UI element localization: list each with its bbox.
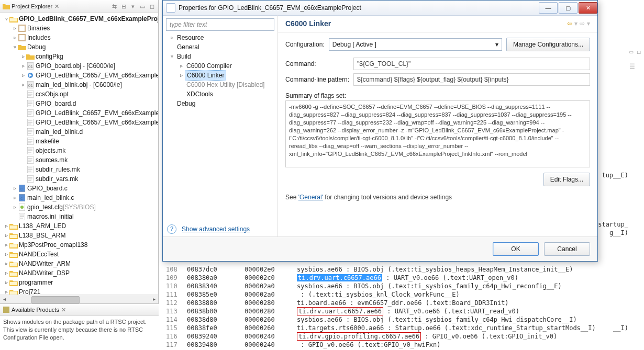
code-line: 11400838d8000000260sysbios.ae66 : BIOS.o…	[166, 316, 577, 324]
tree-item[interactable]: ▹NANDWriter_ARM	[1, 259, 158, 268]
close-button[interactable]: ✕	[579, 2, 597, 14]
maximize-button[interactable]: ▢	[559, 2, 578, 14]
collapse-all-icon[interactable]: ⊟	[119, 2, 128, 10]
minimize-button[interactable]: —	[539, 2, 558, 14]
view-menu-icon[interactable]: ▾	[129, 2, 137, 10]
back-menu-icon[interactable]: ▾	[574, 20, 578, 27]
scroll-right-icon[interactable]: ▸	[150, 295, 158, 303]
tree-item[interactable]: subdir_vars.mk	[1, 174, 158, 184]
tree-item[interactable]: ▹programmer	[1, 278, 158, 287]
project-tree[interactable]: ▿GPIO_LedBlink_C6657_EVM_c66xExampleProj…	[0, 13, 158, 307]
tree-item[interactable]: subdir_rules.mk	[1, 165, 158, 174]
available-products-panel: Available Products ✕ Shows modules on th…	[0, 303, 159, 350]
manage-configurations-button[interactable]: Manage Configurations...	[506, 38, 590, 51]
tree-item[interactable]: ▹01GPIO_board.obj - [C6000/le]	[1, 61, 158, 71]
show-advanced-link[interactable]: ? Show advanced settings	[166, 217, 274, 237]
pattern-label: Command-line pattern:	[285, 76, 353, 83]
code-line: 1170083948000000240 : GPIO_v0.oe66 (.tex…	[166, 341, 441, 349]
tree-item[interactable]: ▹Mp3PostProc_omapl138	[1, 240, 158, 250]
tree-item[interactable]: ▹Includes	[1, 33, 158, 42]
tree-item[interactable]: main_led_blink.d	[1, 127, 158, 137]
summary-label: Summary of flags set:	[278, 90, 597, 100]
cancel-button[interactable]: Cancel	[544, 242, 590, 256]
ok-button[interactable]: OK	[493, 242, 539, 256]
minimize-view-icon[interactable]: ▭	[138, 2, 147, 10]
scroll-thumb[interactable]	[31, 296, 80, 303]
link-with-editor-icon[interactable]: ⇆	[110, 2, 118, 10]
category-item[interactable]: ▹C6000 Linker	[166, 71, 274, 80]
properties-category-tree[interactable]: ▹ResourceGeneral▿Build▹C6000 Compiler▹C6…	[166, 33, 274, 217]
tree-item[interactable]: ▹cGPIO_board.c	[1, 184, 158, 193]
general-hint: See 'General' for changing tool versions…	[278, 191, 597, 203]
tree-item[interactable]: GPIO_board.d	[1, 99, 158, 108]
back-icon[interactable]: ⇦	[567, 20, 572, 27]
scroll-left-icon[interactable]: ◂	[0, 295, 8, 303]
tree-item[interactable]: ccsObjs.opt	[1, 89, 158, 99]
category-item[interactable]: General	[166, 42, 274, 52]
svg-rect-33	[10, 282, 17, 285]
edit-flags-button[interactable]: Edit Flags...	[543, 173, 590, 186]
tree-item[interactable]: ▹01main_led_blink.obj - [C6000/le]	[1, 80, 158, 89]
txt-icon	[26, 146, 35, 155]
tree-item[interactable]: ▹configPkg	[1, 52, 158, 61]
pattern-field[interactable]: ${command} ${flags} ${output_flag} ${out…	[353, 73, 590, 86]
command-field[interactable]: "${CG_TOOL_CL}"	[353, 58, 590, 70]
svg-rect-28	[10, 235, 17, 238]
forward-icon[interactable]: ⇨	[580, 20, 585, 27]
tree-item[interactable]: makefile	[1, 137, 158, 146]
configuration-combo[interactable]: Debug [ Active ] ▾	[329, 38, 502, 51]
category-item[interactable]: ▹C6000 Compiler	[166, 61, 274, 71]
category-item[interactable]: ▹Resource	[166, 33, 274, 42]
svg-text:c: c	[20, 196, 23, 201]
summary-textarea[interactable]: -mv6600 -g --define=SOC_C6657 --define=E…	[285, 100, 590, 167]
svg-text:01: 01	[28, 64, 33, 69]
maximize-view-icon[interactable]: ◻	[148, 2, 156, 10]
tree-item[interactable]: GPIO_LedBlink_C6657_EVM_c66xExamplePr	[1, 118, 158, 127]
code-line: 1120083888000000280ti.board.ae66 : evmC6…	[166, 299, 509, 308]
proj-icon	[9, 231, 18, 240]
dialog-icon	[166, 3, 175, 13]
editor-toolbar-icons[interactable]: ▭ ◻☰	[629, 48, 641, 70]
svg-rect-0	[10, 18, 17, 21]
properties-dialog: Properties for GPIO_LedBlink_C6657_EVM_c…	[162, 0, 598, 262]
tree-item[interactable]: sources.mk	[1, 155, 158, 165]
category-item[interactable]: ▿Build	[166, 52, 274, 61]
configuration-label: Configuration:	[285, 41, 325, 48]
svg-point-25	[20, 206, 24, 209]
tree-item[interactable]: ▹NANDEccTest	[1, 250, 158, 259]
tree-item[interactable]: GPIO_LedBlink_C6657_EVM_c66xExamplePr	[1, 108, 158, 118]
proj-icon	[9, 269, 18, 277]
cf-icon: c	[18, 184, 26, 193]
txt-icon	[26, 99, 35, 108]
tree-item[interactable]: ▹Binaries	[1, 24, 158, 33]
package-icon	[2, 306, 10, 314]
general-link[interactable]: 'General'	[298, 194, 323, 201]
dialog-right-pane: C6000 Linker ⇦ ▾ ⇨ ▾ Configuration: Debu…	[278, 15, 597, 237]
tree-item[interactable]: ▹GPIO_LedBlink_C6657_EVM_c66xExamplePr	[1, 71, 158, 80]
tree-item[interactable]: ▹NANDWriter_DSP	[1, 268, 158, 278]
svg-rect-4	[19, 35, 25, 40]
tree-item[interactable]: ▹L138_ARM_LED	[1, 221, 158, 231]
tree-item[interactable]: ▹L138_BSL_ARM	[1, 231, 158, 240]
project-explorer-header: Project Explorer ✕ ⇆ ⊟ ▾ ▭ ◻	[0, 0, 158, 13]
tree-item[interactable]: ▹cmain_led_blink.c	[1, 193, 158, 202]
txt-icon	[26, 165, 35, 174]
txt-icon	[26, 109, 35, 117]
tree-item[interactable]: ▹gpio_test.cfg [SYS/BIOS]	[1, 202, 158, 212]
category-item[interactable]: Debug	[166, 99, 274, 108]
fld-icon	[18, 43, 26, 51]
txt-icon	[26, 137, 35, 145]
tree-item[interactable]: ▿GPIO_LedBlink_C6657_EVM_c66xExampleProj…	[1, 14, 158, 24]
dialog-left-pane: type filter text ▹ResourceGeneral▿Build▹…	[163, 15, 278, 237]
forward-menu-icon[interactable]: ▾	[587, 20, 590, 27]
tree-item[interactable]: ▿Debug	[1, 42, 158, 52]
available-products-body: Shows modules on the package path of a R…	[0, 316, 159, 344]
tree-item[interactable]: objects.mk	[1, 146, 158, 155]
category-item[interactable]: C6000 Hex Utility [Disabled]	[166, 80, 274, 89]
txt-icon	[26, 90, 35, 98]
tree-item[interactable]: macros.ini_initial	[1, 212, 158, 221]
horizontal-scrollbar[interactable]: ◂ ▸	[0, 295, 158, 303]
filter-input[interactable]: type filter text	[166, 18, 274, 31]
category-item[interactable]: XDCtools	[166, 89, 274, 99]
dialog-titlebar[interactable]: Properties for GPIO_LedBlink_C6657_EVM_c…	[163, 1, 597, 16]
